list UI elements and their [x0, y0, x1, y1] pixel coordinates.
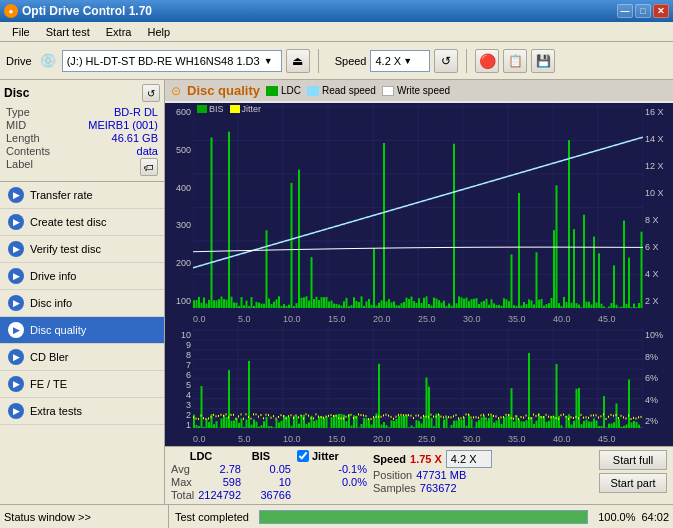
- drive-select-wrapper: 💿 (J:) HL-DT-ST BD-RE WH16NS48 1.D3 ▼: [40, 50, 282, 72]
- disc-quality-icon: ▶: [8, 322, 24, 338]
- speed-refresh-button[interactable]: ↺: [434, 49, 458, 73]
- disc-mid-value: MEIRB1 (001): [88, 119, 158, 131]
- start-full-button[interactable]: Start full: [599, 450, 667, 470]
- charts-area: 600 500 400 300 200 100 16 X 14 X 12 X 1…: [165, 103, 673, 446]
- avg-bis: 0.05: [251, 463, 291, 475]
- disc-label-label: Label: [6, 158, 33, 176]
- bis-header: BIS: [241, 450, 281, 462]
- disc-title: Disc: [4, 86, 29, 100]
- stats-headers: LDC BIS: [171, 450, 291, 462]
- transfer-rate-icon: ▶: [8, 187, 24, 203]
- nav-verify-test-disc[interactable]: ▶ Verify test disc: [0, 236, 164, 263]
- eject-button[interactable]: ⏏: [286, 49, 310, 73]
- speed-header-row: Speed 1.75 X 4.2 X: [373, 450, 503, 468]
- top-chart: [193, 103, 643, 326]
- speed-avg: 1.75 X: [410, 453, 442, 465]
- speed-select[interactable]: 4.2 X ▼: [370, 50, 430, 72]
- drive-select[interactable]: (J:) HL-DT-ST BD-RE WH16NS48 1.D3 ▼: [62, 50, 282, 72]
- legend-jitter: Jitter: [230, 104, 262, 114]
- bis-legend-color: [197, 105, 207, 113]
- status-text: Test completed: [175, 511, 249, 523]
- disc-contents-row: Contents data: [4, 145, 160, 157]
- menu-file[interactable]: File: [4, 24, 38, 40]
- nav-menu: ▶ Transfer rate ▶ Create test disc ▶ Ver…: [0, 182, 164, 504]
- y-right-10x: 10 X: [645, 188, 671, 198]
- disc-refresh-button[interactable]: ↺: [142, 84, 160, 102]
- status-left: Status window >>: [4, 505, 169, 528]
- start-part-button[interactable]: Start part: [599, 473, 667, 493]
- bottom-chart: [193, 326, 643, 446]
- disc-contents-value: data: [137, 145, 158, 157]
- save-button[interactable]: 💾: [531, 49, 555, 73]
- titlebar-buttons: — □ ✕: [617, 4, 669, 18]
- toolbar-separator: [318, 49, 319, 73]
- legend-read-color: [307, 86, 319, 96]
- stats-ldc-bis: LDC BIS Avg 2.78 0.05 Max 598 10 Total 2…: [171, 450, 291, 501]
- progress-bar-fill: [260, 511, 587, 523]
- bis-legend-label: BIS: [209, 104, 224, 114]
- minimize-button[interactable]: —: [617, 4, 633, 18]
- bottom-y-axis-left: 10 9 8 7 6 5 4 3 2 1: [165, 326, 193, 446]
- nav-disc-quality[interactable]: ▶ Disc quality: [0, 317, 164, 344]
- chart-title: Disc quality: [187, 83, 260, 98]
- y-right-4x: 4 X: [645, 269, 671, 279]
- nav-transfer-rate[interactable]: ▶ Transfer rate: [0, 182, 164, 209]
- disc-label-row: Label 🏷: [4, 158, 160, 176]
- menu-start-test[interactable]: Start test: [38, 24, 98, 40]
- stats-bar: LDC BIS Avg 2.78 0.05 Max 598 10 Total 2…: [165, 446, 673, 504]
- stats-avg-row: Avg 2.78 0.05: [171, 463, 291, 475]
- progress-percent: 100.0%: [598, 511, 635, 523]
- nav-disc-info-label: Disc info: [30, 297, 72, 309]
- speed-select-dropdown[interactable]: 4.2 X: [446, 450, 492, 468]
- position-value: 47731 MB: [416, 469, 466, 481]
- menu-help[interactable]: Help: [139, 24, 178, 40]
- nav-fe-te-label: FE / TE: [30, 378, 67, 390]
- status-bar: Status window >> Test completed 100.0% 6…: [0, 504, 673, 528]
- avg-jitter-row: -0.1%: [297, 463, 367, 475]
- samples-value: 763672: [420, 482, 457, 494]
- bottom-legend: BIS Jitter: [193, 103, 265, 115]
- drive-dropdown-arrow: ▼: [264, 56, 273, 66]
- close-button[interactable]: ✕: [653, 4, 669, 18]
- y-label-300: 300: [176, 220, 191, 230]
- jitter-label: Jitter: [312, 450, 339, 462]
- disc-section: Disc ↺ Type BD-R DL MID MEIRB1 (001) Len…: [0, 80, 164, 182]
- jitter-checkbox[interactable]: [297, 450, 309, 462]
- disc-mid-label: MID: [6, 119, 26, 131]
- stats-jitter: Jitter -0.1% 0.0%: [297, 450, 367, 488]
- nav-disc-info[interactable]: ▶ Disc info: [0, 290, 164, 317]
- nav-cd-bler-label: CD Bler: [30, 351, 69, 363]
- action-buttons: Start full Start part: [599, 450, 667, 493]
- legend-bis: BIS: [197, 104, 224, 114]
- toolbar: Drive 💿 (J:) HL-DT-ST BD-RE WH16NS48 1.D…: [0, 42, 673, 80]
- legend-read-label: Read speed: [322, 85, 376, 96]
- samples-row: Samples 763672: [373, 482, 503, 494]
- legend-ldc-label: LDC: [281, 85, 301, 96]
- nav-cd-bler[interactable]: ▶ CD Bler: [0, 344, 164, 371]
- menu-extra[interactable]: Extra: [98, 24, 140, 40]
- y-label-100: 100: [176, 296, 191, 306]
- toolbar-separator2: [466, 49, 467, 73]
- nav-fe-te[interactable]: ▶ FE / TE: [0, 371, 164, 398]
- nav-create-test-disc[interactable]: ▶ Create test disc: [0, 209, 164, 236]
- maximize-button[interactable]: □: [635, 4, 651, 18]
- jitter-legend-color: [230, 105, 240, 113]
- disc-info-icon: ▶: [8, 295, 24, 311]
- position-label: Position: [373, 469, 412, 481]
- legend-ldc: LDC: [266, 85, 301, 96]
- avg-jitter: -0.1%: [338, 463, 367, 475]
- legend-write-label: Write speed: [397, 85, 450, 96]
- nav-verify-test-label: Verify test disc: [30, 243, 101, 255]
- titlebar-left: ● Opti Drive Control 1.70: [4, 4, 152, 18]
- status-window-button[interactable]: Status window >>: [4, 511, 91, 523]
- red-button[interactable]: 🔴: [475, 49, 499, 73]
- copy-button[interactable]: 📋: [503, 49, 527, 73]
- create-test-icon: ▶: [8, 214, 24, 230]
- nav-drive-info[interactable]: ▶ Drive info: [0, 263, 164, 290]
- main-content: Disc ↺ Type BD-R DL MID MEIRB1 (001) Len…: [0, 80, 673, 504]
- nav-extra-tests[interactable]: ▶ Extra tests: [0, 398, 164, 425]
- nav-transfer-rate-label: Transfer rate: [30, 189, 93, 201]
- right-content: ⊙ Disc quality LDC Read speed Write spee…: [165, 80, 673, 504]
- disc-label-button[interactable]: 🏷: [140, 158, 158, 176]
- titlebar: ● Opti Drive Control 1.70 — □ ✕: [0, 0, 673, 22]
